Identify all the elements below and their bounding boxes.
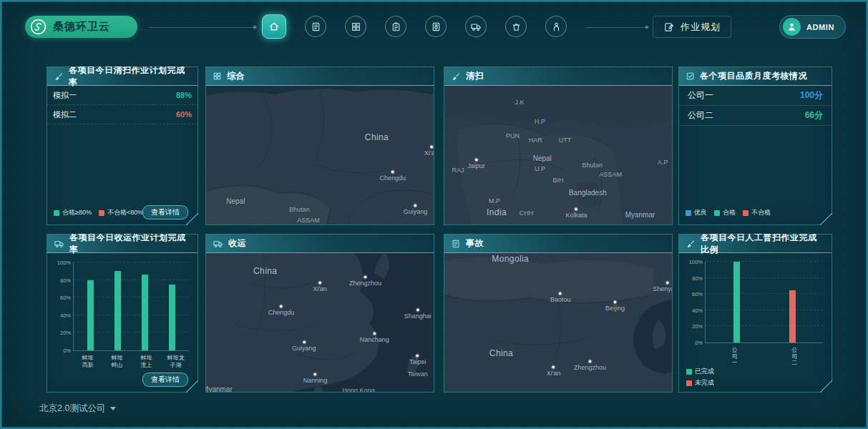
view-details-button[interactable]: 查看详情 <box>142 373 188 387</box>
map-city: Xi'an <box>424 146 434 157</box>
brand-swirl-icon <box>29 18 47 36</box>
panel-sweep-plan: 各项目今日清扫作业计划完成率 模拟一 88% 模拟二 60% 合格≥80% 不合… <box>47 66 198 225</box>
top-bar: 桑德环卫云 <box>0 0 868 50</box>
city-dot <box>318 281 321 284</box>
panel-header: 清扫 <box>444 67 672 86</box>
y-tick: 80% <box>692 275 703 281</box>
map-label: China <box>253 266 277 276</box>
connector-line <box>149 27 255 28</box>
dropdown-caret-icon <box>110 407 116 410</box>
y-tick: 0% <box>63 347 71 354</box>
map-label: India <box>487 207 507 217</box>
progress-value: 60% <box>166 110 192 119</box>
panel-header: 事故 <box>444 235 672 253</box>
map-city: Zhengzhou <box>574 360 606 371</box>
check-square-icon <box>686 72 695 81</box>
progress-row: 模拟一 88% <box>47 86 198 105</box>
broom-icon <box>451 72 461 82</box>
view-details-button[interactable]: 查看详情 <box>142 205 188 220</box>
map-city: Baotou <box>550 292 571 303</box>
company-selector[interactable]: 北京2.0测试公司 <box>39 403 116 415</box>
bar <box>87 280 94 350</box>
map-label: J.K <box>515 99 524 106</box>
bar-chart: 0% 20% 40% 60% 80% 100% <box>53 262 192 351</box>
y-tick: 20% <box>692 323 703 330</box>
legend-item: 不合格 <box>743 208 771 217</box>
row-label: 模拟一 <box>53 90 84 101</box>
bars <box>706 262 823 342</box>
planning-icon <box>663 21 675 33</box>
bar <box>733 262 740 342</box>
map-label: BIH <box>552 177 563 184</box>
nav-collection[interactable] <box>465 16 487 37</box>
brand-logo[interactable]: 桑德环卫云 <box>25 16 137 38</box>
map-canvas <box>206 253 434 392</box>
map-label: China <box>489 348 513 358</box>
bar <box>142 275 148 350</box>
panel-title: 各项目今日人工普扫作业完成比例 <box>701 232 825 256</box>
legend-swatch <box>743 210 748 216</box>
map-label: Bangladesh <box>569 189 607 197</box>
y-tick: 60% <box>60 295 71 301</box>
score-value: 66分 <box>805 109 823 122</box>
city-dot <box>364 275 367 278</box>
city-dot <box>416 309 419 312</box>
y-tick: 40% <box>60 312 71 318</box>
company-name: 北京2.0测试公司 <box>39 403 105 415</box>
map-city: Nanning <box>303 373 328 383</box>
report-icon <box>451 239 461 249</box>
map-label: Nepal <box>533 154 552 162</box>
x-axis-labels: 蚌埠 高新 蚌埠 蚌山 蚌埠 淮上 蚌埠龙 子湖 <box>73 355 190 369</box>
city-dot <box>373 332 376 335</box>
x-label: 蚌埠龙 子湖 <box>161 355 190 369</box>
y-tick: 0% <box>695 340 703 346</box>
panel-overview-map: 综合 China Chengdu Guiyang Nepal Bhutan AS… <box>205 66 434 225</box>
city-dot <box>280 305 283 307</box>
panel-accident-map: 事故 Mongolia Baotou Beijing Shenyang Chin… <box>444 234 673 393</box>
truck-icon <box>213 238 223 249</box>
nav-bins[interactable] <box>505 16 527 37</box>
legend-swatch <box>714 210 720 216</box>
nav-personnel[interactable] <box>545 16 567 37</box>
planning-label: 作业规划 <box>681 21 721 34</box>
avatar <box>783 18 801 36</box>
legend-swatch <box>99 210 104 216</box>
legend-item: 合格≥80% <box>54 208 92 217</box>
map-accident[interactable]: Mongolia Baotou Beijing Shenyang China Z… <box>444 253 672 392</box>
worker-icon <box>551 21 562 32</box>
modules-grid-icon <box>351 21 361 32</box>
map-collection[interactable]: China Zhengzhou Xi'an Chengdu Shanghai N… <box>206 253 434 392</box>
panel-header: 各个项目品质月度考核情况 <box>679 67 832 86</box>
map-label: Myanmar <box>625 211 655 219</box>
city-dot <box>303 340 306 343</box>
city-dot <box>391 171 394 174</box>
admin-user-button[interactable]: ADMIN <box>779 15 846 39</box>
broom-icon <box>686 239 696 249</box>
city-dot <box>614 300 617 303</box>
map-sweep[interactable]: J.K H.P PUN HAR UTT Jaipur Nepal RAJ U.P… <box>444 86 672 225</box>
city-dot <box>589 360 592 363</box>
map-label: M.P <box>489 197 500 204</box>
panel-collection-map: 收运 China Zhengzhou Xi'an Chengdu Shangha… <box>205 234 434 393</box>
brand-name: 桑德环卫云 <box>53 20 110 34</box>
legend-item: 合格 <box>714 208 736 217</box>
x-axis-labels: 公司一 公司二 <box>705 347 824 367</box>
city-dot <box>559 292 562 295</box>
map-label: HAR <box>529 137 542 144</box>
city-dot <box>416 355 419 358</box>
row-label: 模拟二 <box>53 109 84 120</box>
nav-report[interactable] <box>305 16 326 37</box>
legend: 优良 合格 不合格 <box>686 208 771 217</box>
document-gear-icon <box>431 21 442 32</box>
nav-modules[interactable] <box>345 16 366 37</box>
planning-button[interactable]: 作业规划 <box>653 16 731 38</box>
panel-header: 收运 <box>206 235 434 253</box>
nav-home[interactable] <box>262 14 286 39</box>
legend: 已完成 未完成 <box>686 367 714 388</box>
nav-worklist[interactable] <box>385 16 406 37</box>
map-overview[interactable]: China Chengdu Guiyang Nepal Bhutan ASSAM… <box>206 86 434 225</box>
nav-doc-settings[interactable] <box>425 16 447 37</box>
map-label: PUN <box>506 132 520 139</box>
map-label: UTT <box>559 137 572 144</box>
panel-header: 各项目今日人工普扫作业完成比例 <box>679 235 832 253</box>
